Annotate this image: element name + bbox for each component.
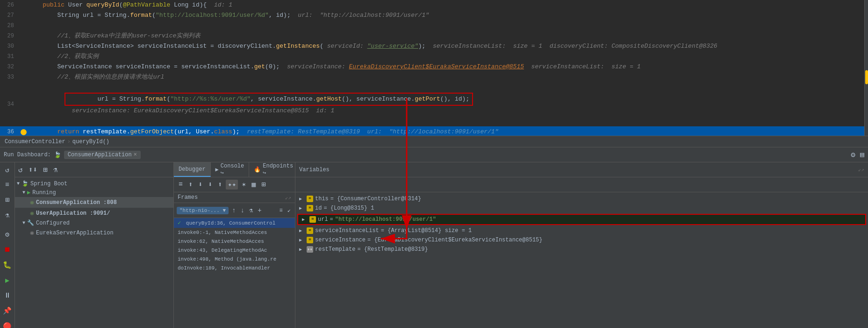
consumer-app-icon: ❋ bbox=[30, 198, 34, 207]
app-tab[interactable]: ConsumerApplication × bbox=[64, 151, 141, 159]
wrench-icon: 🔧 bbox=[27, 219, 34, 226]
var-icon-url: = bbox=[309, 216, 316, 223]
var-item-this[interactable]: ▶ = this = {ConsumerController@8314} bbox=[295, 194, 868, 204]
tree-item-configured[interactable]: ▼ 🔧 Configured bbox=[15, 219, 173, 227]
breadcrumb-separator: › bbox=[67, 138, 71, 145]
frame-up-btn[interactable]: ↑ bbox=[230, 206, 237, 215]
line-number-34: 34 bbox=[0, 101, 19, 108]
tree-item-consumer-app[interactable]: ❋ ConsumerApplication :808 bbox=[15, 197, 173, 208]
step-over-btn[interactable]: ⬆ bbox=[187, 179, 194, 190]
resume-btn[interactable]: ≡ bbox=[177, 180, 185, 190]
columns-btn[interactable]: ⊞ bbox=[259, 179, 267, 190]
frame-collapse-btn[interactable]: ↙ bbox=[286, 206, 292, 215]
frame-filter-btn[interactable]: ⚗ bbox=[248, 205, 254, 215]
code-content-26: public User queryById(@PathVariable Long… bbox=[28, 0, 863, 10]
frame-dropdown[interactable]: "http-nio-... ▼ bbox=[177, 207, 229, 214]
tab-endpoints[interactable]: 🔥 Endpoints ↪ bbox=[249, 162, 298, 177]
variables-panel: Variables ↙↗ ▶ = this = {ConsumerControl… bbox=[295, 162, 868, 328]
var-expand-id: ▶ bbox=[299, 205, 305, 211]
tree-arrow-running: ▼ bbox=[22, 190, 25, 195]
align-icon[interactable]: ≡ bbox=[4, 180, 11, 190]
step-into-btn[interactable]: ⬇ bbox=[196, 179, 204, 190]
tab-endpoints-label: Endpoints ↪ bbox=[263, 163, 293, 176]
run-to-btn[interactable]: ✶ bbox=[240, 179, 248, 190]
frame-item-3[interactable]: invoke:43, DelegatingMethodAc bbox=[174, 246, 295, 255]
sidebar-grid-btn[interactable]: ⊞ bbox=[42, 164, 49, 175]
var-item-service-instance[interactable]: ▶ = serviceInstance = {EurekaDiscoveryCl… bbox=[295, 235, 868, 245]
filter-icon[interactable]: ⚗ bbox=[4, 210, 11, 221]
frame-item-1[interactable]: invoke0:-1, NativeMethodAcces bbox=[174, 228, 295, 237]
var-icon-si: = bbox=[307, 237, 313, 243]
sidebar-filter-btn[interactable]: ⚗ bbox=[52, 164, 59, 175]
step-out-btn[interactable]: ⬇ bbox=[206, 179, 214, 190]
code-line-31: 31 //2、获取实例 bbox=[0, 51, 868, 62]
line-number-31: 31 bbox=[0, 53, 19, 60]
tree-item-spring-boot[interactable]: ▼ 🍃 Spring Boot bbox=[15, 179, 173, 188]
var-item-service-list[interactable]: ▶ = serviceInstanceList = {ArrayList@851… bbox=[295, 226, 868, 235]
line-number-30: 30 bbox=[0, 43, 19, 50]
editor-scrollbar[interactable] bbox=[864, 0, 868, 136]
var-item-rest-template[interactable]: ▶ ∘∘ restTemplate = {RestTemplate@8319} bbox=[295, 245, 868, 254]
gear-icon[interactable]: ⚙ bbox=[851, 150, 855, 160]
main-debug-toolbar: ≡ ⬆ ⬇ ⬇ ⬆ ✦✦ ✶ ▦ ⊞ bbox=[174, 177, 295, 192]
variables-expand-icon[interactable]: ↙↗ bbox=[858, 167, 864, 173]
tree-label-configured: Configured bbox=[36, 220, 70, 226]
frame-item-0[interactable]: ✓ queryById:36, ConsumerControl bbox=[174, 218, 295, 228]
var-value-this: = {ConsumerController@8314} bbox=[330, 196, 421, 202]
var-item-id[interactable]: ▶ = id = {Long@8315} 1 bbox=[295, 204, 868, 213]
run-cursor-btn[interactable]: ⬆ bbox=[216, 179, 224, 190]
run-icon2[interactable]: ▶ bbox=[4, 275, 11, 286]
eval-btn[interactable]: ✦✦ bbox=[226, 180, 238, 190]
frame-label-4: invoke:498, Method (java.lang.re bbox=[178, 256, 276, 262]
tree-label-user: UserApplication :9091/ bbox=[36, 210, 110, 217]
var-name-id: id bbox=[315, 205, 322, 211]
bug-icon[interactable]: 🐛 bbox=[1, 259, 13, 271]
spring-icon: 🍃 bbox=[22, 180, 29, 187]
tab-debugger[interactable]: Debugger bbox=[174, 162, 211, 177]
tree-area: ▼ 🍃 Spring Boot ▼ ▶ Running ❋ ConsumerAp… bbox=[15, 177, 173, 328]
variables-toolbar bbox=[295, 177, 868, 192]
line-number-26: 26 bbox=[0, 2, 19, 8]
var-name-rt: restTemplate bbox=[315, 246, 355, 253]
app-tab-icon: 🍃 bbox=[54, 151, 61, 159]
left-sidebar: ↺ ⬆⬇ ⊞ ⚗ ▼ 🍃 Spring Boot ▼ bbox=[15, 162, 174, 328]
left-icons-bar: ↺ ≡ ⊞ ⚗ ⚙ ⏹ 🐛 ▶ ⏸ 📌 🔴 bbox=[0, 162, 15, 328]
code-content-28 bbox=[28, 21, 863, 31]
frames-expand-icon[interactable]: ↙↗ bbox=[285, 195, 291, 201]
code-content-32: ServiceInstance serviceInstance = servic… bbox=[28, 62, 863, 72]
sidebar-refresh-btn[interactable]: ↺ bbox=[17, 164, 24, 175]
tree-item-running[interactable]: ▼ ▶ Running bbox=[15, 188, 173, 197]
variables-list: ▶ = this = {ConsumerController@8314} ▶ =… bbox=[295, 192, 868, 328]
tree-item-eureka[interactable]: ❋ EurekaServerApplication bbox=[15, 227, 173, 238]
frame-item-2[interactable]: invoke:62, NativeMethodAcces bbox=[174, 237, 295, 246]
stop-icon[interactable]: ⏹ bbox=[2, 244, 12, 255]
refresh-icon[interactable]: ↺ bbox=[4, 164, 11, 176]
var-item-url[interactable]: ▶ = url = "http://localhost:9091/user/1" bbox=[297, 214, 866, 225]
code-line-36: 36 return restTemplate.getForObject(url,… bbox=[0, 126, 868, 136]
frame-item-4[interactable]: invoke:498, Method (java.lang.re bbox=[174, 255, 295, 264]
frame-add-btn[interactable]: + bbox=[256, 206, 263, 215]
pin-icon[interactable]: 📌 bbox=[1, 305, 13, 317]
frame-check-icon: ✓ bbox=[178, 220, 181, 226]
frame-item-5[interactable]: doInvoke:189, InvocableHandler bbox=[174, 264, 295, 273]
settings-icon[interactable]: ▤ bbox=[860, 150, 864, 159]
close2-icon[interactable]: 🔴 bbox=[1, 321, 13, 328]
frame-down-btn[interactable]: ↓ bbox=[239, 206, 245, 215]
sidebar-align-btn[interactable]: ⬆⬇ bbox=[27, 164, 39, 175]
tab-endpoints-icon: 🔥 bbox=[254, 166, 261, 173]
grid-icon[interactable]: ⊞ bbox=[4, 194, 11, 206]
code-line-26: 26 public User queryById(@PathVariable L… bbox=[0, 0, 868, 10]
app-tab-close[interactable]: × bbox=[134, 152, 137, 158]
var-icon-slist: = bbox=[307, 227, 313, 234]
table-btn[interactable]: ▦ bbox=[250, 179, 258, 190]
pause-icon[interactable]: ⏸ bbox=[2, 290, 12, 301]
var-icon-id: = bbox=[307, 205, 313, 211]
code-line-27: 27 String url = String.format("http://lo… bbox=[0, 10, 868, 21]
frames-scrollbar[interactable] bbox=[864, 234, 868, 328]
var-icon-this: = bbox=[307, 196, 313, 202]
code-content-33: //2、根据实例的信息拼接请求地址url bbox=[28, 72, 863, 82]
tab-console[interactable]: ▶ Console ↪ bbox=[211, 162, 250, 177]
tree-item-user-app[interactable]: ❋ UserApplication :9091/ bbox=[15, 208, 173, 219]
frame-scroll-btn[interactable]: ≡ bbox=[278, 206, 284, 215]
settings2-icon[interactable]: ⚙ bbox=[4, 229, 11, 241]
